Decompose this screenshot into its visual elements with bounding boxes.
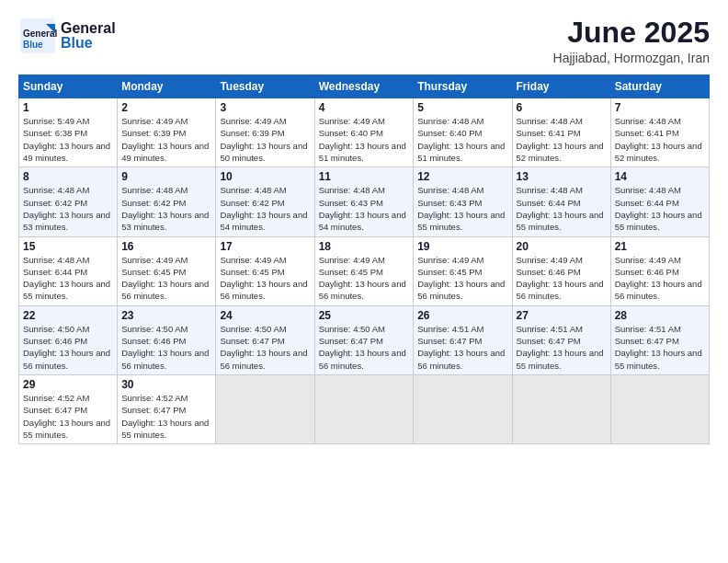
day-info: Sunrise: 4:49 AMSunset: 6:46 PMDaylight:…	[517, 254, 607, 303]
day-number: 1	[23, 101, 113, 114]
day-number: 2	[121, 101, 211, 114]
day-number: 10	[220, 170, 310, 183]
day-info: Sunrise: 4:50 AMSunset: 6:46 PMDaylight:…	[121, 323, 211, 372]
table-cell: 30Sunrise: 4:52 AMSunset: 6:47 PMDayligh…	[118, 374, 216, 443]
day-number: 19	[417, 240, 507, 253]
table-cell: 12Sunrise: 4:48 AMSunset: 6:43 PMDayligh…	[414, 167, 512, 236]
day-number: 14	[615, 170, 705, 183]
table-cell: 8Sunrise: 4:48 AMSunset: 6:42 PMDaylight…	[19, 167, 118, 236]
table-cell: 16Sunrise: 4:49 AMSunset: 6:45 PMDayligh…	[118, 236, 216, 305]
table-cell: 15Sunrise: 4:48 AMSunset: 6:44 PMDayligh…	[19, 236, 118, 305]
table-cell	[610, 374, 709, 443]
calendar-week-row: 15Sunrise: 4:48 AMSunset: 6:44 PMDayligh…	[19, 236, 710, 305]
svg-text:General: General	[23, 29, 57, 39]
table-cell: 23Sunrise: 4:50 AMSunset: 6:46 PMDayligh…	[118, 305, 216, 374]
day-number: 8	[23, 170, 113, 183]
day-info: Sunrise: 4:52 AMSunset: 6:47 PMDaylight:…	[121, 392, 211, 441]
logo-icon: General Blue	[18, 17, 57, 55]
table-cell: 21Sunrise: 4:49 AMSunset: 6:46 PMDayligh…	[610, 236, 709, 305]
table-cell: 6Sunrise: 4:48 AMSunset: 6:41 PMDaylight…	[512, 98, 610, 167]
day-number: 23	[121, 309, 211, 322]
day-info: Sunrise: 4:51 AMSunset: 6:47 PMDaylight:…	[517, 323, 607, 372]
table-cell	[314, 374, 414, 443]
day-info: Sunrise: 4:48 AMSunset: 6:41 PMDaylight:…	[517, 115, 607, 164]
calendar-week-row: 8Sunrise: 4:48 AMSunset: 6:42 PMDaylight…	[19, 167, 710, 236]
day-number: 29	[23, 378, 113, 391]
day-number: 16	[121, 240, 211, 253]
day-info: Sunrise: 4:49 AMSunset: 6:45 PMDaylight:…	[417, 254, 507, 303]
day-number: 21	[615, 240, 705, 253]
day-number: 12	[417, 170, 507, 183]
day-info: Sunrise: 4:50 AMSunset: 6:46 PMDaylight:…	[23, 323, 113, 372]
day-info: Sunrise: 4:50 AMSunset: 6:47 PMDaylight:…	[220, 323, 310, 372]
day-number: 3	[220, 101, 310, 114]
day-number: 27	[517, 309, 607, 322]
table-cell: 20Sunrise: 4:49 AMSunset: 6:46 PMDayligh…	[512, 236, 610, 305]
table-cell	[414, 374, 512, 443]
table-cell: 14Sunrise: 4:48 AMSunset: 6:44 PMDayligh…	[610, 167, 709, 236]
day-number: 28	[615, 309, 705, 322]
day-info: Sunrise: 4:48 AMSunset: 6:43 PMDaylight:…	[319, 184, 410, 233]
table-cell: 22Sunrise: 4:50 AMSunset: 6:46 PMDayligh…	[19, 305, 118, 374]
table-cell: 5Sunrise: 4:48 AMSunset: 6:40 PMDaylight…	[414, 98, 512, 167]
table-cell: 24Sunrise: 4:50 AMSunset: 6:47 PMDayligh…	[216, 305, 314, 374]
day-info: Sunrise: 4:48 AMSunset: 6:43 PMDaylight:…	[417, 184, 507, 233]
table-cell: 19Sunrise: 4:49 AMSunset: 6:45 PMDayligh…	[414, 236, 512, 305]
table-cell: 17Sunrise: 4:49 AMSunset: 6:45 PMDayligh…	[216, 236, 314, 305]
table-cell: 18Sunrise: 4:49 AMSunset: 6:45 PMDayligh…	[314, 236, 414, 305]
day-info: Sunrise: 4:51 AMSunset: 6:47 PMDaylight:…	[417, 323, 507, 372]
logo-label: GeneralBlue	[61, 21, 116, 51]
month-title: June 2025	[553, 17, 710, 49]
day-info: Sunrise: 4:49 AMSunset: 6:45 PMDaylight:…	[319, 254, 410, 303]
table-cell: 1Sunrise: 5:49 AMSunset: 6:38 PMDaylight…	[19, 98, 118, 167]
logo: General Blue GeneralBlue	[18, 17, 116, 55]
day-number: 20	[517, 240, 607, 253]
svg-text:Blue: Blue	[23, 40, 43, 50]
col-friday: Friday	[512, 75, 610, 98]
day-info: Sunrise: 4:48 AMSunset: 6:42 PMDaylight:…	[121, 184, 211, 233]
table-cell: 3Sunrise: 4:49 AMSunset: 6:39 PMDaylight…	[216, 98, 314, 167]
day-info: Sunrise: 4:49 AMSunset: 6:46 PMDaylight:…	[615, 254, 705, 303]
table-cell: 26Sunrise: 4:51 AMSunset: 6:47 PMDayligh…	[414, 305, 512, 374]
day-number: 22	[23, 309, 113, 322]
table-cell: 10Sunrise: 4:48 AMSunset: 6:42 PMDayligh…	[216, 167, 314, 236]
day-number: 15	[23, 240, 113, 253]
table-cell: 4Sunrise: 4:49 AMSunset: 6:40 PMDaylight…	[314, 98, 414, 167]
location: Hajjiabad, Hormozgan, Iran	[553, 51, 710, 65]
col-sunday: Sunday	[19, 75, 118, 98]
day-info: Sunrise: 4:49 AMSunset: 6:39 PMDaylight:…	[121, 115, 211, 164]
day-info: Sunrise: 4:49 AMSunset: 6:40 PMDaylight:…	[319, 115, 410, 164]
day-info: Sunrise: 4:48 AMSunset: 6:44 PMDaylight:…	[615, 184, 705, 233]
day-number: 24	[220, 309, 310, 322]
day-number: 11	[319, 170, 410, 183]
col-tuesday: Tuesday	[216, 75, 314, 98]
table-cell	[512, 374, 610, 443]
table-cell: 9Sunrise: 4:48 AMSunset: 6:42 PMDaylight…	[118, 167, 216, 236]
day-info: Sunrise: 4:49 AMSunset: 6:39 PMDaylight:…	[220, 115, 310, 164]
day-number: 13	[517, 170, 607, 183]
day-info: Sunrise: 4:52 AMSunset: 6:47 PMDaylight:…	[23, 392, 113, 441]
calendar-table: Sunday Monday Tuesday Wednesday Thursday…	[18, 75, 710, 444]
col-wednesday: Wednesday	[314, 75, 414, 98]
day-info: Sunrise: 4:51 AMSunset: 6:47 PMDaylight:…	[615, 323, 705, 372]
day-number: 5	[417, 101, 507, 114]
table-cell: 29Sunrise: 4:52 AMSunset: 6:47 PMDayligh…	[19, 374, 118, 443]
day-info: Sunrise: 4:48 AMSunset: 6:41 PMDaylight:…	[615, 115, 705, 164]
table-cell: 28Sunrise: 4:51 AMSunset: 6:47 PMDayligh…	[610, 305, 709, 374]
col-saturday: Saturday	[610, 75, 709, 98]
day-info: Sunrise: 4:48 AMSunset: 6:40 PMDaylight:…	[417, 115, 507, 164]
day-info: Sunrise: 4:50 AMSunset: 6:47 PMDaylight:…	[319, 323, 410, 372]
day-number: 6	[517, 101, 607, 114]
table-cell: 7Sunrise: 4:48 AMSunset: 6:41 PMDaylight…	[610, 98, 709, 167]
day-number: 30	[121, 378, 211, 391]
table-cell: 2Sunrise: 4:49 AMSunset: 6:39 PMDaylight…	[118, 98, 216, 167]
header: General Blue GeneralBlue June 2025 Hajji…	[18, 17, 710, 65]
col-thursday: Thursday	[414, 75, 512, 98]
table-cell: 25Sunrise: 4:50 AMSunset: 6:47 PMDayligh…	[314, 305, 414, 374]
table-cell	[216, 374, 314, 443]
calendar-week-row: 29Sunrise: 4:52 AMSunset: 6:47 PMDayligh…	[19, 374, 710, 443]
table-cell: 13Sunrise: 4:48 AMSunset: 6:44 PMDayligh…	[512, 167, 610, 236]
day-number: 26	[417, 309, 507, 322]
day-number: 9	[121, 170, 211, 183]
day-number: 18	[319, 240, 410, 253]
